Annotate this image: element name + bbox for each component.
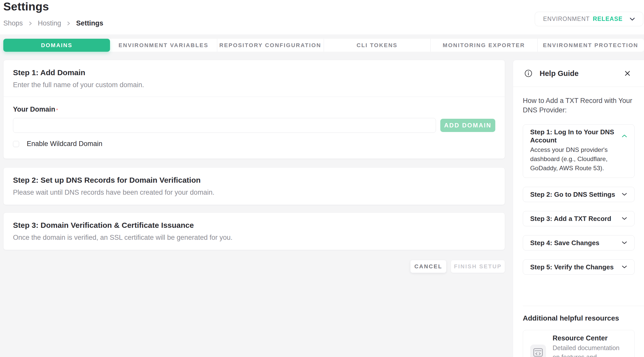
tab-cli-tokens[interactable]: CLI TOKENS [324, 39, 430, 52]
close-help-button[interactable] [623, 69, 632, 78]
step2-description: Please wait until DNS records have been … [13, 189, 495, 196]
chevron-down-icon [629, 17, 635, 21]
required-asterisk: * [56, 108, 58, 112]
step2-dns-records-card: Step 2: Set up DNS Records for Domain Ve… [3, 167, 505, 205]
step3-verification-card: Step 3: Domain Verification & Certificat… [3, 213, 505, 250]
breadcrumb-hosting[interactable]: Hosting [38, 19, 61, 27]
code-window-icon [530, 345, 546, 357]
chevron-right-icon [29, 21, 32, 26]
finish-setup-button[interactable]: FINISH SETUP [451, 260, 505, 273]
chevron-down-icon [622, 265, 627, 269]
tab-environment-protection[interactable]: ENVIRONMENT PROTECTION [537, 39, 644, 52]
help-guide-intro: How to Add a TXT Record with Your DNS Pr… [523, 96, 635, 115]
cancel-button[interactable]: CANCEL [410, 260, 446, 273]
chevron-down-icon [622, 192, 627, 196]
help-guide-title: Help Guide [540, 69, 623, 78]
chevron-down-icon [622, 241, 627, 245]
accordion-step3-header[interactable]: Step 3: Add a TXT Record [530, 215, 627, 223]
add-domain-button[interactable]: ADD DOMAIN [440, 119, 495, 132]
wildcard-domain-label: Enable Wildcard Domain [27, 140, 102, 148]
wildcard-domain-checkbox[interactable] [13, 141, 19, 147]
accordion-step1-header[interactable]: Step 1: Log In to Your DNS Account [530, 128, 627, 144]
step1-description: Enter the full name of your custom domai… [13, 81, 495, 89]
step1-add-domain-card: Step 1: Add Domain Enter the full name o… [3, 60, 505, 159]
accordion-step4: Step 4: Save Changes [523, 235, 635, 250]
tab-bar: DOMAINS ENVIRONMENT VARIABLES REPOSITORY… [3, 39, 644, 52]
chevron-up-icon [622, 134, 627, 138]
tab-repository-configuration[interactable]: REPOSITORY CONFIGURATION [217, 39, 324, 52]
breadcrumb-settings-current: Settings [76, 19, 103, 27]
your-domain-input[interactable] [13, 118, 436, 133]
form-actions: CANCEL FINISH SETUP [3, 260, 505, 273]
resource-center-card[interactable]: Resource Center Detailed documentation o… [523, 330, 635, 357]
additional-resources-heading: Additional helpful resources [523, 314, 635, 322]
resource-center-description: Detailed documentation on features and i… [553, 343, 627, 357]
accordion-step4-header[interactable]: Step 4: Save Changes [530, 239, 627, 247]
enable-wildcard-domain-row[interactable]: Enable Wildcard Domain [13, 140, 495, 148]
close-icon [624, 70, 631, 77]
accordion-step5: Step 5: Verify the Changes [523, 259, 635, 275]
environment-selector[interactable]: ENVIRONMENT RELEASE [535, 12, 643, 26]
tab-monitoring-exporter[interactable]: MONITORING EXPORTER [430, 39, 537, 52]
step3-title: Step 3: Domain Verification & Certificat… [13, 221, 495, 230]
page-title: Settings [3, 0, 49, 13]
accordion-step5-header[interactable]: Step 5: Verify the Changes [530, 263, 627, 271]
resource-center-title: Resource Center [553, 334, 627, 342]
tab-environment-variables[interactable]: ENVIRONMENT VARIABLES [110, 39, 217, 52]
environment-selector-value: RELEASE [593, 16, 623, 22]
help-guide-panel: Help Guide How to Add a TXT Record with … [513, 60, 644, 357]
settings-page: Settings Shops Hosting Settings ENVIRONM… [0, 0, 644, 357]
help-accordion: Step 1: Log In to Your DNS Account Acces… [523, 124, 635, 275]
chevron-down-icon [622, 217, 627, 220]
page-header: Settings Shops Hosting Settings ENVIRONM… [0, 0, 644, 34]
step2-title: Step 2: Set up DNS Records for Domain Ve… [13, 176, 495, 184]
step1-title: Step 1: Add Domain [13, 68, 495, 77]
domains-content: Step 1: Add Domain Enter the full name o… [3, 60, 505, 273]
accordion-step2: Step 2: Go to DNS Settings [523, 187, 635, 202]
breadcrumb: Shops Hosting Settings [3, 19, 103, 27]
divider [523, 306, 644, 306]
accordion-step3: Step 3: Add a TXT Record [523, 211, 635, 226]
tab-domains[interactable]: DOMAINS [3, 39, 110, 52]
accordion-step2-header[interactable]: Step 2: Go to DNS Settings [530, 190, 627, 199]
step3-description: Once the domain is verified, an SSL cert… [13, 234, 495, 242]
chevron-right-icon [67, 21, 71, 26]
breadcrumb-shops[interactable]: Shops [3, 19, 23, 27]
accordion-step1-body: Access your DNS provider's dashboard (e.… [530, 145, 627, 174]
info-icon [523, 68, 534, 79]
environment-selector-label: ENVIRONMENT [543, 16, 590, 22]
your-domain-label: Your Domain [13, 105, 55, 113]
accordion-step1: Step 1: Log In to Your DNS Account Acces… [523, 124, 635, 178]
